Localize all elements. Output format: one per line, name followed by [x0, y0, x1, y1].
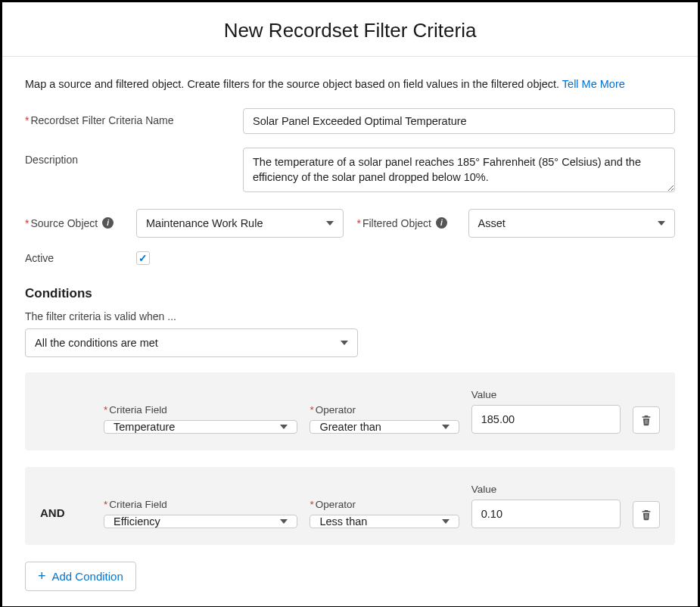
operator-select[interactable]: Less than — [310, 515, 459, 528]
name-row: *Recordset Filter Criteria Name — [25, 108, 675, 134]
value-input[interactable] — [471, 405, 621, 434]
intro-copy: Map a source and filtered object. Create… — [25, 78, 562, 90]
criteria-field-label: *Criteria Field — [104, 499, 297, 510]
value-input[interactable] — [471, 500, 621, 528]
tell-me-more-link[interactable]: Tell Me More — [562, 78, 625, 90]
conditions-heading: Conditions — [25, 286, 675, 301]
condition-row: AND *Criteria Field Efficiency *Operator… — [25, 467, 675, 545]
source-object-value: Maintenance Work Rule — [146, 217, 263, 229]
logic-operator: AND — [40, 506, 92, 528]
info-icon[interactable]: i — [436, 217, 447, 229]
check-icon: ✓ — [138, 252, 148, 264]
chevron-down-icon — [326, 221, 334, 226]
chevron-down-icon — [658, 221, 665, 226]
chevron-down-icon — [442, 425, 450, 429]
delete-condition-button[interactable] — [633, 406, 660, 434]
active-checkbox[interactable]: ✓ — [136, 251, 150, 265]
source-object-select[interactable]: Maintenance Work Rule — [136, 209, 344, 238]
info-icon[interactable]: i — [102, 217, 114, 229]
delete-condition-button[interactable] — [633, 501, 660, 528]
validity-value: All the conditions are met — [35, 337, 158, 349]
criteria-field-label: *Criteria Field — [104, 404, 297, 416]
conditions-hint: The filter criteria is valid when ... — [25, 310, 675, 322]
divider — [2, 56, 698, 57]
intro-text: Map a source and filtered object. Create… — [25, 78, 675, 90]
criteria-field-value: Efficiency — [114, 515, 160, 528]
source-object-label: *Source Object i — [25, 217, 127, 229]
description-label: Description — [25, 148, 243, 166]
chevron-down-icon — [442, 519, 450, 524]
filtered-object-value: Asset — [478, 217, 506, 229]
value-label: Value — [471, 389, 621, 400]
operator-select[interactable]: Greater than — [310, 420, 459, 434]
trash-icon — [640, 414, 652, 426]
chevron-down-icon — [280, 425, 288, 429]
description-input[interactable]: The temperature of a solar panel reaches… — [243, 148, 675, 192]
page-title: New Recordset Filter Criteria — [2, 2, 698, 56]
criteria-field-select[interactable]: Temperature — [104, 420, 297, 434]
criteria-field-value: Temperature — [114, 421, 175, 433]
operator-value: Greater than — [319, 421, 381, 433]
name-input[interactable] — [243, 108, 675, 134]
filtered-object-label: *Filtered Object i — [357, 217, 459, 229]
criteria-field-select[interactable]: Efficiency — [104, 515, 297, 528]
chevron-down-icon — [280, 519, 288, 524]
name-label: *Recordset Filter Criteria Name — [25, 108, 243, 126]
chevron-down-icon — [341, 341, 348, 345]
active-label: Active — [25, 252, 136, 264]
condition-row: *Criteria Field Temperature *Operator Gr… — [25, 372, 675, 450]
plus-icon: + — [38, 568, 46, 584]
validity-select[interactable]: All the conditions are met — [25, 328, 358, 357]
value-label: Value — [471, 484, 621, 495]
description-row: Description The temperature of a solar p… — [25, 148, 675, 195]
filtered-object-select[interactable]: Asset — [468, 209, 676, 238]
add-condition-label: Add Condition — [52, 570, 123, 583]
trash-icon — [640, 509, 652, 521]
add-condition-button[interactable]: + Add Condition — [25, 562, 136, 591]
operator-label: *Operator — [310, 404, 459, 416]
logic-spacer — [40, 425, 92, 434]
operator-label: *Operator — [310, 499, 459, 510]
operator-value: Less than — [319, 515, 367, 528]
